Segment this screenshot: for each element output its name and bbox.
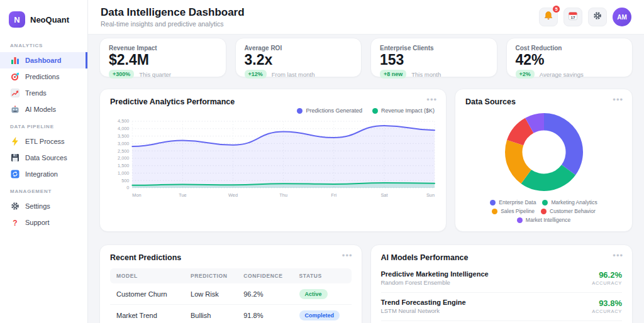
svg-text:2,500: 2,500 [118, 148, 129, 154]
cell-status: Completed [293, 305, 352, 323]
topbar-actions: 5 17 AM [539, 8, 631, 26]
legend-dot-icon [542, 200, 548, 205]
topbar-titles: Data Intelligence Dashboard Real-time in… [101, 6, 245, 28]
svg-text:3,500: 3,500 [118, 133, 129, 139]
legend-dot-icon [372, 108, 378, 114]
svg-text:1,500: 1,500 [118, 163, 129, 168]
model-name: Predictive Marketing Intelligence [381, 270, 489, 278]
legend-label: Revenue Impact ($K) [381, 107, 435, 114]
sidebar-item-data-sources[interactable]: Data Sources [0, 150, 87, 166]
donut-legend-item[interactable]: Customer Behavior [541, 208, 596, 214]
stat-foot: +2%Average savings [516, 70, 624, 79]
main-area: Data Intelligence Dashboard Real-time in… [88, 0, 644, 323]
legend-label: Sales Pipeline [501, 208, 535, 214]
model-accuracy: 93.8%ACCURACY [592, 298, 622, 314]
calendar-button[interactable]: 17 [564, 8, 582, 26]
cell-confidence: 96.2% [237, 283, 292, 305]
charts-row: Predictive Analytics Performance ••• Pre… [99, 89, 633, 232]
floppy-disk-icon [10, 153, 19, 163]
more-icon[interactable]: ••• [613, 96, 623, 104]
stat-change-badge: +2% [516, 70, 535, 79]
svg-text:2,000: 2,000 [118, 155, 129, 161]
settings-button[interactable] [588, 8, 607, 26]
topbar: Data Intelligence Dashboard Real-time in… [88, 0, 644, 35]
bar-chart-icon [10, 56, 19, 65]
svg-text:Tue: Tue [179, 192, 186, 198]
stat-note: This month [411, 71, 441, 78]
model-row: Trend Forecasting EngineLSTM Neural Netw… [381, 293, 623, 321]
sidebar-item-support[interactable]: ?Support [0, 214, 87, 231]
sidebar-item-integration[interactable]: Integration [0, 166, 87, 182]
model-info: Trend Forecasting EngineLSTM Neural Netw… [381, 298, 466, 314]
more-icon[interactable]: ••• [426, 96, 437, 104]
svg-text:3,000: 3,000 [118, 141, 129, 146]
status-badge: Completed [299, 310, 340, 320]
stat-change-badge: +12% [245, 70, 267, 79]
donut-legend-item[interactable]: Enterprise Data [490, 199, 536, 205]
more-icon[interactable]: ••• [613, 251, 623, 260]
status-badge: Active [299, 289, 328, 299]
brand: N NeoQuant [0, 6, 87, 36]
svg-text:Sat: Sat [380, 192, 387, 198]
nav-section-label: ANALYTICS [0, 36, 87, 52]
notifications-button[interactable]: 5 [539, 8, 558, 26]
accuracy-value: 93.8% [592, 298, 622, 308]
model-type: LSTM Neural Network [381, 307, 466, 314]
cell-confidence: 91.8% [237, 305, 292, 323]
donut-legend-item[interactable]: Marketing Analytics [542, 199, 597, 205]
legend-label: Enterprise Data [499, 199, 536, 205]
sidebar-item-dashboard[interactable]: Dashboard [0, 52, 87, 68]
stats-row: Revenue Impact$2.4M+300%This quarterAver… [99, 38, 633, 77]
legend-dot-icon [490, 200, 496, 205]
svg-text:?: ? [13, 219, 17, 227]
column-header: CONFIDENCE [237, 268, 292, 283]
predictions-table: MODELPREDICTIONCONFIDENCESTATUS Customer… [110, 268, 352, 323]
stat-note: This quarter [139, 71, 171, 78]
ai-models-card: AI Models Performance ••• Predictive Mar… [370, 244, 633, 323]
cell-model: Customer Churn [110, 283, 184, 305]
sidebar-item-trends[interactable]: Trends [0, 85, 87, 101]
stat-change-badge: +300% [109, 70, 134, 79]
sidebar-item-predictions[interactable]: Predictions [0, 68, 87, 85]
sidebar-item-etl-process[interactable]: ETL Process [0, 133, 87, 150]
stat-note: Average savings [540, 71, 584, 78]
stat-label: Enterprise Clients [380, 45, 488, 52]
cell-prediction: Low Risk [184, 283, 237, 305]
bottom-row: Recent Predictions ••• MODELPREDICTIONCO… [99, 244, 633, 323]
stat-card-average-roi: Average ROI3.2x+12%From last month [235, 38, 362, 77]
donut-legend-item[interactable]: Market Intelligence [517, 217, 570, 223]
donut-legend-item[interactable]: Sales Pipeline [492, 208, 535, 214]
svg-text:Thu: Thu [279, 192, 287, 198]
data-sources-title: Data Sources [465, 97, 622, 106]
sidebar-item-settings[interactable]: Settings [0, 198, 87, 214]
content: Revenue Impact$2.4M+300%This quarterAver… [88, 35, 644, 323]
recent-predictions-title: Recent Predictions [110, 253, 352, 262]
model-row: Predictive Marketing IntelligenceRandom … [381, 265, 623, 293]
svg-text:500: 500 [121, 178, 129, 183]
stat-note: From last month [272, 71, 315, 78]
sidebar-item-label: Predictions [25, 73, 59, 80]
stat-value: 42% [516, 52, 624, 68]
sidebar-item-ai-models[interactable]: AI Models [0, 101, 87, 118]
svg-text:Sun: Sun [426, 192, 435, 198]
brand-name: NeoQuant [30, 15, 69, 25]
legend-item[interactable]: Predictions Generated [297, 107, 362, 114]
legend-dot-icon [297, 108, 303, 114]
table-row: Market TrendBullish91.8%Completed [110, 305, 352, 323]
more-icon[interactable]: ••• [342, 251, 353, 260]
legend-dot-icon [541, 209, 547, 214]
stat-value: 3.2x [245, 52, 353, 68]
question-icon: ? [10, 218, 19, 227]
page-subtitle: Real-time insights and predictive analyt… [101, 20, 245, 28]
accuracy-label: ACCURACY [592, 309, 622, 314]
legend-item[interactable]: Revenue Impact ($K) [372, 107, 435, 114]
legend-label: Market Intelligence [526, 217, 570, 223]
legend-label: Customer Behavior [550, 208, 596, 214]
stat-foot: +300%This quarter [109, 70, 217, 79]
robot-icon [10, 105, 19, 114]
donut-segment [544, 113, 583, 175]
bell-icon [543, 11, 553, 23]
sidebar-item-label: Dashboard [25, 57, 61, 64]
avatar[interactable]: AM [613, 8, 631, 26]
trend-up-icon [10, 89, 19, 98]
